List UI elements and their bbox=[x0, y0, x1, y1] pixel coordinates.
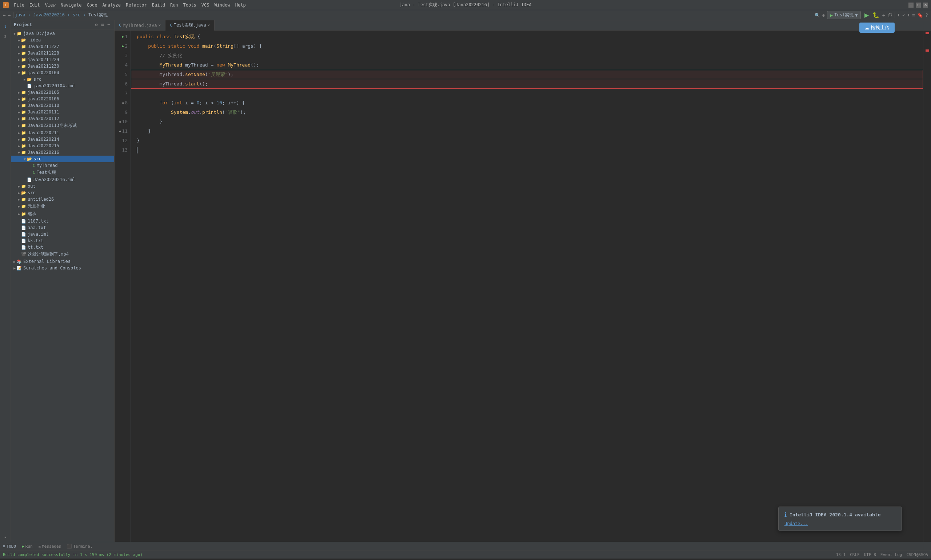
vcs-update-icon[interactable]: ⬇ bbox=[897, 12, 900, 18]
panel-settings-icon[interactable]: ⚙ bbox=[94, 22, 98, 28]
menu-window[interactable]: Window bbox=[212, 2, 232, 8]
tab-test[interactable]: C Test实现.java ✕ bbox=[165, 20, 215, 31]
vcs-push-icon[interactable]: ⬆ bbox=[907, 12, 910, 18]
bookmark-icon[interactable]: 🔖 bbox=[917, 12, 923, 18]
project-view-icon[interactable]: 1 bbox=[1, 22, 10, 31]
tree-untitled26[interactable]: ▶ 📁 untitled26 bbox=[11, 196, 114, 203]
close-button[interactable]: ✕ bbox=[923, 3, 928, 8]
menu-edit[interactable]: Edit bbox=[27, 2, 42, 8]
menu-build[interactable]: Build bbox=[150, 2, 167, 8]
bookmark-11[interactable]: ◆ bbox=[119, 128, 121, 134]
vcs-commit-icon[interactable]: ✓ bbox=[902, 12, 905, 18]
menu-help[interactable]: Help bbox=[233, 2, 248, 8]
menu-run[interactable]: Run bbox=[168, 2, 180, 8]
bookmark-10[interactable]: ◆ bbox=[119, 119, 121, 125]
encoding[interactable]: UTF-8 bbox=[864, 552, 876, 557]
tree-java20220211[interactable]: ▶ 📁 Java20220211 bbox=[11, 129, 114, 136]
bookmark-8[interactable]: ◆ bbox=[122, 100, 124, 106]
terminal-panel[interactable]: ⬛ Terminal bbox=[67, 544, 92, 549]
folder-icon-3: 📁 bbox=[21, 57, 26, 62]
upload-button[interactable]: ☁ 拖拽上传 bbox=[859, 23, 895, 33]
tree-java20220112[interactable]: ▶ 📁 Java20220112 bbox=[11, 115, 114, 122]
debug-button[interactable]: 🐛 bbox=[873, 12, 880, 19]
breadcrumb-src[interactable]: src bbox=[73, 12, 81, 17]
tree-java20220214[interactable]: ▶ 📁 Java20220214 bbox=[11, 136, 114, 143]
config-dropdown[interactable]: ▼ bbox=[855, 13, 857, 18]
run-panel[interactable]: ▶ Run bbox=[22, 544, 33, 549]
tree-idea[interactable]: ▶ 📂 .idea bbox=[11, 37, 114, 43]
tree-javaiml[interactable]: 📄 java.iml bbox=[11, 231, 114, 237]
tree-java20220216[interactable]: ▼ 📁 Java20220216 bbox=[11, 149, 114, 155]
tree-java20220215[interactable]: ▶ 📁 Java20220215 bbox=[11, 143, 114, 149]
tree-1107txt[interactable]: 📄 1107.txt bbox=[11, 218, 114, 225]
todo-panel[interactable]: ≡ TODO bbox=[3, 544, 16, 549]
profile-icon[interactable]: ⏱ bbox=[887, 12, 893, 18]
run-gutter-1[interactable]: ▶ bbox=[122, 34, 124, 40]
tree-java20220113[interactable]: ▶ 📁 Java20220113期末考试 bbox=[11, 122, 114, 129]
run-button[interactable]: ▶ bbox=[863, 12, 870, 19]
tree-java20220105[interactable]: ▶ 📁 java20220105 bbox=[11, 89, 114, 95]
breadcrumb-project[interactable]: Java20220216 bbox=[33, 12, 65, 17]
tree-java20220111[interactable]: ▶ 📁 Java20220111 bbox=[11, 109, 114, 115]
tree-java20211229[interactable]: ▶ 📁 java20211229 bbox=[11, 56, 114, 63]
tree-tttxt[interactable]: 📄 tt.txt bbox=[11, 244, 114, 251]
breadcrumb-java[interactable]: java bbox=[15, 12, 25, 17]
tree-java20220106[interactable]: ▶ 📁 java20220106 bbox=[11, 95, 114, 102]
panel-layout-icon[interactable]: ⊞ bbox=[100, 22, 105, 28]
tree-out[interactable]: ▶ 📁 out bbox=[11, 183, 114, 189]
tree-jicheng[interactable]: ▶ 📁 继承 bbox=[11, 210, 114, 218]
run-with-coverage-icon[interactable]: ☂ bbox=[882, 12, 885, 18]
tree-mp4[interactable]: 🎬 这就让我装到了.mp4 bbox=[11, 251, 114, 258]
notification-update-link[interactable]: Update... bbox=[785, 521, 808, 526]
maximize-button[interactable]: □ bbox=[916, 3, 921, 8]
settings-icon[interactable]: ⚙ bbox=[822, 13, 825, 18]
tree-iml-20220216[interactable]: 📄 Java20220216.iml bbox=[11, 176, 114, 183]
forward-icon[interactable]: → bbox=[8, 12, 11, 18]
cursor-position[interactable]: 13:1 bbox=[836, 552, 846, 557]
minimize-button[interactable]: ─ bbox=[908, 3, 914, 8]
menu-code[interactable]: Code bbox=[85, 2, 100, 8]
tree-iml-20220104[interactable]: 📄 java20220104.iml bbox=[11, 83, 114, 89]
tree-java20211228[interactable]: ▶ 📁 Java20211228 bbox=[11, 50, 114, 56]
menu-analyze[interactable]: Analyze bbox=[100, 2, 123, 8]
event-log[interactable]: Event Log bbox=[880, 552, 902, 557]
back-icon[interactable]: ← bbox=[3, 12, 6, 18]
tree-external-libs[interactable]: ▶ 📚 External Libraries bbox=[11, 258, 114, 265]
menu-navigate[interactable]: Navigate bbox=[58, 2, 84, 8]
run-gutter-2[interactable]: ▶ bbox=[122, 43, 124, 49]
menu-view[interactable]: View bbox=[43, 2, 58, 8]
code-content[interactable]: public class Test实现 { public static void… bbox=[131, 31, 923, 542]
tree-src-root[interactable]: ▶ 📂 src bbox=[11, 189, 114, 196]
messages-panel[interactable]: ✉ Messages bbox=[38, 544, 62, 549]
favorites-icon[interactable]: ★ bbox=[1, 532, 10, 542]
help-icon[interactable]: ? bbox=[925, 12, 928, 18]
run-configuration[interactable]: ▶ Test实现 ▼ bbox=[827, 11, 861, 19]
tree-src-20220216[interactable]: ▼ 📂 src bbox=[11, 155, 114, 162]
structure-icon[interactable]: ≡ bbox=[912, 12, 915, 18]
search-everywhere-icon[interactable]: 🔍 bbox=[815, 13, 820, 18]
panel-minimize-icon[interactable]: ─ bbox=[106, 22, 111, 28]
tree-java20220110[interactable]: ▶ 📁 Java20220110 bbox=[11, 102, 114, 109]
menu-refactor[interactable]: Refactor bbox=[124, 2, 149, 8]
tree-yuandan[interactable]: ▶ 📁 元旦作业 bbox=[11, 203, 114, 210]
tree-kktxt[interactable]: 📄 kk.txt bbox=[11, 237, 114, 244]
tree-java20211230[interactable]: ▶ 📁 Java20211230 bbox=[11, 63, 114, 69]
tree-root[interactable]: ▼ 📁 java D:/java bbox=[11, 30, 114, 37]
menu-tools[interactable]: Tools bbox=[181, 2, 199, 8]
breadcrumb-file[interactable]: Test实现 bbox=[88, 12, 108, 17]
tab-mythread-close[interactable]: ✕ bbox=[159, 23, 161, 28]
tree-test[interactable]: C Test实现 bbox=[11, 169, 114, 176]
tree-aaatxt[interactable]: 📄 aaa.txt bbox=[11, 225, 114, 231]
menu-vcs[interactable]: VCS bbox=[199, 2, 212, 8]
structure-view-icon[interactable]: 2 bbox=[1, 32, 10, 42]
tree-java20211227[interactable]: ▶ 📁 Java20211227 bbox=[11, 43, 114, 50]
tree-scratches[interactable]: ▶ 📝 Scratches and Consoles bbox=[11, 265, 114, 271]
tab-mythread[interactable]: C MyThread.java ✕ bbox=[115, 20, 165, 31]
out-icon: 📁 bbox=[21, 184, 26, 189]
tree-mythread[interactable]: C MyThread bbox=[11, 162, 114, 169]
tree-src-20220104[interactable]: ▶ 📂 src bbox=[11, 76, 114, 83]
tab-test-close[interactable]: ✕ bbox=[208, 23, 210, 28]
menu-file[interactable]: File bbox=[12, 2, 26, 8]
line-ending[interactable]: CRLF bbox=[850, 552, 860, 557]
tree-java20220104[interactable]: ▼ 📁 java20220104 bbox=[11, 69, 114, 76]
